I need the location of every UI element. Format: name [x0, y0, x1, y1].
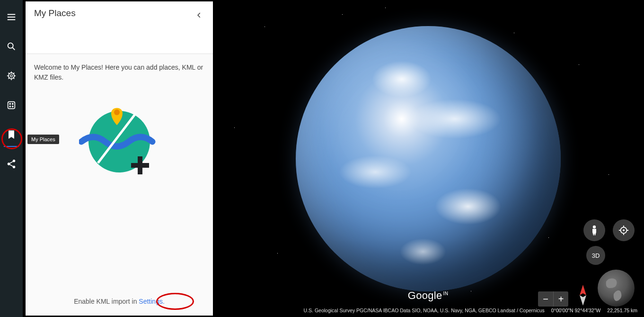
svg-point-2	[10, 75, 13, 77]
google-brand: GoogleIN	[408, 290, 448, 302]
overview-globe-button[interactable]	[598, 270, 635, 307]
attribution-sources: U.S. Geological Survey PGC/NASA IBCAO Da…	[304, 308, 545, 313]
ship-wheel-icon	[6, 71, 17, 81]
settings-link[interactable]: Settings.	[139, 298, 164, 305]
share-button[interactable]	[0, 153, 23, 175]
map-canvas[interactable]: GoogleIN U.S. Geological Survey PGC/NASA…	[213, 1, 643, 316]
svg-point-7	[12, 106, 13, 107]
my-places-panel: My Places Welcome to My Places! Here you…	[26, 1, 213, 316]
pegman-button[interactable]	[583, 219, 605, 241]
dice-icon	[6, 100, 17, 110]
panel-footer: Enable KML import in Settings.	[26, 298, 213, 316]
map-controls: 3D − +	[538, 219, 635, 307]
svg-point-9	[8, 163, 10, 165]
svg-marker-17	[580, 285, 586, 295]
voyager-button[interactable]	[0, 64, 23, 87]
globe-plus-illustration-icon	[79, 97, 159, 177]
search-icon	[6, 41, 17, 52]
svg-point-10	[13, 166, 15, 168]
svg-point-4	[9, 103, 11, 105]
panel-title: My Places	[34, 8, 76, 18]
panel-header: My Places	[26, 1, 213, 54]
earth-globe[interactable]	[296, 26, 561, 291]
bookmark-icon	[6, 129, 17, 140]
zoom-out-button[interactable]: −	[538, 291, 553, 307]
svg-point-0	[8, 43, 13, 48]
tooltip-my-places: My Places	[27, 135, 59, 144]
chevron-left-icon	[196, 12, 203, 18]
zoom-control: − +	[538, 291, 568, 307]
coordinates-readout: 0°00'00"N 92°44'32"W	[551, 308, 601, 313]
left-sidebar	[0, 0, 23, 317]
svg-rect-3	[8, 102, 15, 109]
collapse-panel-button[interactable]	[194, 8, 204, 23]
locate-me-button[interactable]	[613, 219, 635, 241]
pegman-icon	[590, 225, 599, 236]
my-places-button[interactable]	[0, 123, 23, 146]
compass-button[interactable]	[576, 284, 590, 307]
svg-point-14	[593, 226, 596, 228]
svg-point-13	[114, 109, 120, 115]
gps-target-icon	[618, 225, 629, 235]
menu-button[interactable]	[0, 6, 23, 28]
footer-text: Enable KML import in	[74, 298, 139, 305]
lucky-button[interactable]	[0, 94, 23, 117]
search-button[interactable]	[0, 35, 23, 58]
svg-point-6	[9, 106, 11, 107]
panel-body: Welcome to My Places! Here you can add p…	[26, 54, 213, 298]
svg-point-16	[623, 229, 625, 231]
share-icon	[6, 159, 17, 169]
attribution-bar: U.S. Geological Survey PGC/NASA IBCAO Da…	[304, 308, 637, 313]
3d-toggle-button[interactable]: 3D	[586, 246, 605, 265]
hamburger-icon	[6, 12, 17, 22]
zoom-in-button[interactable]: +	[553, 291, 568, 307]
eye-altitude: 22,251.75 km	[607, 308, 637, 313]
welcome-text: Welcome to My Places! Here you can add p…	[34, 63, 204, 82]
compass-icon	[576, 284, 590, 307]
illustration	[34, 97, 204, 177]
svg-marker-18	[580, 295, 586, 306]
svg-point-5	[12, 103, 13, 105]
mini-globe-icon	[598, 270, 635, 307]
svg-point-8	[13, 160, 15, 162]
